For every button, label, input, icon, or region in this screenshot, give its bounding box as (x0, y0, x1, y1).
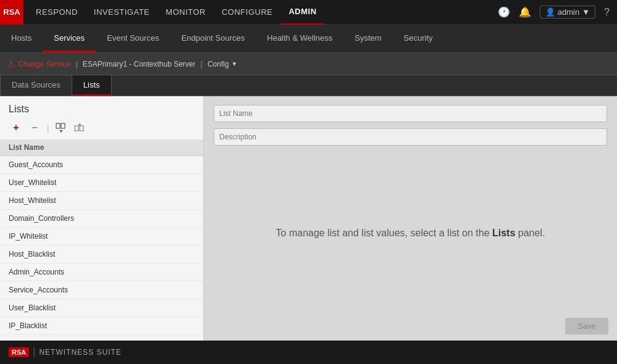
nav-configure[interactable]: CONFIGURE (214, 0, 280, 25)
svg-marker-3 (59, 130, 63, 132)
remove-list-button[interactable]: − (27, 121, 42, 134)
list-name-input[interactable] (214, 105, 607, 122)
panel-toolbar: + − | (0, 118, 203, 139)
help-icon[interactable]: ? (604, 7, 610, 18)
user-label: admin (558, 7, 579, 17)
list-item[interactable]: Host_Blacklist (0, 246, 203, 263)
svg-rect-1 (61, 123, 65, 128)
nav-health-wellness[interactable]: Health & Wellness (256, 25, 343, 52)
nav-admin[interactable]: ADMIN (281, 0, 324, 25)
list-item[interactable]: Domain_Controllers (0, 210, 203, 228)
nav-security[interactable]: Security (393, 25, 444, 52)
import-list-button[interactable] (54, 121, 69, 134)
breadcrumb-config[interactable]: Config ▼ (208, 60, 238, 68)
nav-event-sources[interactable]: Event Sources (96, 25, 170, 52)
list-item[interactable]: User_Whitelist (0, 174, 203, 192)
tabs-bar: Data Sources Lists (0, 75, 617, 96)
clock-icon[interactable]: 🕐 (498, 6, 510, 18)
svg-rect-0 (56, 123, 60, 128)
list-item[interactable]: IP_Whitelist (0, 228, 203, 246)
right-form (204, 96, 617, 154)
list-item[interactable]: Guest_Accounts (0, 156, 203, 174)
breadcrumb-config-label: Config (208, 60, 229, 68)
nav-monitor[interactable]: MONITOR (158, 0, 213, 25)
panel-title: Lists (0, 96, 203, 118)
list-item[interactable]: Service_Accounts (0, 281, 203, 299)
toolbar-separator: | (47, 123, 49, 133)
bottom-bar: RSA | NETWITNESS SUITE (0, 341, 617, 364)
export-icon (74, 123, 85, 133)
right-message: To manage list and list values, select a… (204, 154, 617, 312)
top-nav-right: 🕐 🔔 👤 admin ▼ ? (498, 6, 617, 19)
list-item[interactable]: User_Blacklist (0, 299, 203, 317)
nav-hosts[interactable]: Hosts (0, 25, 43, 52)
nav-respond[interactable]: RESPOND (28, 0, 85, 25)
nav-system[interactable]: System (343, 25, 392, 52)
config-chevron-icon: ▼ (232, 60, 238, 67)
list-item[interactable]: IP_Blacklist (0, 317, 203, 335)
message-before: To manage list and list values, select a… (276, 228, 492, 238)
user-menu[interactable]: 👤 admin ▼ (540, 6, 595, 19)
second-navigation: Hosts Services Event Sources Endpoint So… (0, 25, 617, 53)
bottom-rsa-logo: RSA (9, 347, 29, 357)
change-service-icon: ⚠ (7, 59, 15, 69)
message-after: panel. (515, 228, 545, 238)
import-icon (56, 123, 67, 133)
svg-marker-7 (78, 123, 82, 125)
svg-rect-4 (75, 126, 78, 131)
breadcrumb-change-service-label: Change Service (18, 60, 70, 68)
top-nav-items: RESPOND INVESTIGATE MONITOR CONFIGURE AD… (23, 0, 498, 25)
list-column-header: List Name (0, 139, 203, 156)
top-navigation: RSA RESPOND INVESTIGATE MONITOR CONFIGUR… (0, 0, 617, 25)
main-content: Lists + − | (0, 96, 617, 341)
user-chevron-icon: ▼ (582, 7, 590, 17)
description-input[interactable] (214, 128, 607, 146)
tab-lists[interactable]: Lists (72, 75, 112, 96)
bottom-product-name: NETWITNESS SUITE (39, 348, 121, 357)
bottom-logo: RSA | NETWITNESS SUITE (9, 347, 122, 358)
breadcrumb-server-name: ESAPrimary1 - Contexthub Server (83, 60, 196, 68)
bell-icon[interactable]: 🔔 (519, 6, 531, 18)
nav-endpoint-sources[interactable]: Endpoint Sources (170, 25, 256, 52)
tab-data-sources[interactable]: Data Sources (0, 75, 72, 96)
right-footer: Save (204, 312, 617, 341)
message-bold: Lists (492, 228, 515, 238)
export-list-button[interactable] (72, 121, 87, 134)
left-panel: Lists + − | (0, 96, 204, 341)
nav-investigate[interactable]: INVESTIGATE (86, 0, 157, 25)
list-item[interactable]: Admin_Accounts (0, 263, 203, 281)
nav-services[interactable]: Services (43, 25, 96, 52)
add-list-button[interactable]: + (9, 121, 23, 134)
right-panel: To manage list and list values, select a… (204, 96, 617, 341)
svg-rect-5 (80, 126, 83, 131)
bottom-separator: | (33, 347, 35, 358)
save-button[interactable]: Save (565, 318, 608, 334)
list-table: List Name Guest_Accounts User_Whitelist … (0, 139, 203, 341)
rsa-logo: RSA (0, 0, 23, 25)
list-item[interactable]: Host_Whitelist (0, 192, 203, 210)
breadcrumb-change-service[interactable]: ⚠ Change Service (7, 59, 70, 69)
breadcrumb-sep-1: | (75, 59, 77, 68)
breadcrumb-sep-2: | (201, 59, 203, 68)
user-icon: 👤 (545, 7, 555, 17)
breadcrumb: ⚠ Change Service | ESAPrimary1 - Context… (0, 53, 617, 75)
